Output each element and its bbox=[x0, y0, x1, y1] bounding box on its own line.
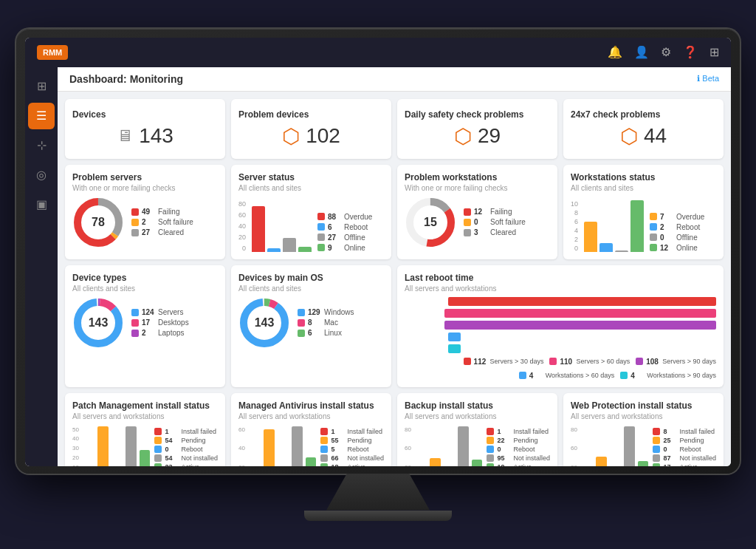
device-types-center: 143 bbox=[89, 316, 109, 330]
problem-servers-center: 78 bbox=[92, 216, 105, 229]
ws-status-title: Workstations status bbox=[571, 172, 716, 183]
online-dot bbox=[317, 244, 325, 251]
reboot-bar-4 bbox=[448, 333, 461, 341]
problem-ws-chart: 15 12 Failing bbox=[405, 197, 550, 248]
legend-item: 129Windows bbox=[298, 308, 354, 316]
help-icon[interactable]: ❓ bbox=[683, 45, 698, 59]
settings-icon[interactable]: ⚙ bbox=[661, 45, 671, 59]
stat-title-devices: Devices bbox=[72, 109, 106, 120]
device-icon: 🖥 bbox=[117, 126, 133, 146]
device-types-legend: 124Servers 17Desktops 2Lap bbox=[131, 308, 189, 337]
legend-item: 27Offline bbox=[317, 233, 372, 242]
legend-item: 23Active bbox=[154, 463, 218, 466]
legend-item: 0 Soft failure bbox=[464, 218, 526, 226]
top-bar-icons: 🔔 👤 ⚙ ❓ ⊞ bbox=[608, 45, 719, 59]
devices-os-title: Devices by main OS bbox=[238, 273, 384, 283]
legend-item: 18Active bbox=[320, 463, 384, 466]
dashboard-grid: Devices 🖥 143 Problem devices ⬡ bbox=[58, 92, 731, 466]
content-area: Dashboard: Monitoring ℹ Beta Devices 🖥 1… bbox=[58, 67, 731, 466]
legend-item: 0Offline bbox=[650, 233, 704, 242]
legend-item: 22Pending bbox=[487, 437, 550, 444]
stat-value-24x7: ⬡ 44 bbox=[620, 124, 667, 149]
antivirus-card: Managed Antivirus install status All ser… bbox=[231, 393, 391, 466]
legend-item: 54Not installed bbox=[154, 454, 218, 462]
web-protection-card: Web Protection install status All server… bbox=[563, 393, 724, 466]
legend-item: 4Workstations > 60 days bbox=[519, 372, 615, 380]
stat-value-devices: 🖥 143 bbox=[117, 124, 173, 148]
stat-card-daily-safety: Daily safety check problems ⬡ 29 bbox=[397, 99, 557, 159]
legend-item: 7Overdue bbox=[650, 213, 704, 221]
patch-bar-pending bbox=[97, 426, 109, 466]
patch-legend: 1Install failed 54Pending bbox=[154, 428, 218, 466]
server-status-card: Server status All clients and sites 8060… bbox=[231, 165, 391, 259]
monitor-base bbox=[304, 511, 452, 521]
backup-title: Backup install status bbox=[405, 400, 550, 411]
av-subtitle: All servers and workstations bbox=[238, 412, 384, 420]
legend-item: 5Reboot bbox=[320, 446, 384, 453]
cleared-dot bbox=[131, 229, 139, 236]
devices-os-donut: 143 bbox=[238, 297, 290, 349]
ws-bar-overdue bbox=[584, 222, 597, 252]
bar-overdue bbox=[252, 206, 265, 252]
sidebar-item-dashboard[interactable]: ⊞ bbox=[28, 73, 55, 100]
legend-item: 1Install failed bbox=[320, 428, 384, 435]
sidebar-item-active[interactable]: ☰ bbox=[28, 103, 55, 129]
legend-item: 2Laptops bbox=[131, 329, 189, 337]
legend-item: 0Reboot bbox=[487, 446, 550, 453]
legend-item: 17Desktops bbox=[131, 318, 189, 327]
legend-item: 9Online bbox=[317, 244, 372, 252]
page-title: Dashboard: Monitoring bbox=[69, 73, 183, 85]
problem-ws-subtitle: With one or more failing checks bbox=[405, 184, 550, 192]
av-bar-pending bbox=[264, 429, 275, 466]
legend-item: 2Reboot bbox=[650, 223, 704, 231]
legend-item: 66Not installed bbox=[320, 454, 384, 462]
soft-dot bbox=[131, 219, 139, 226]
device-types-chart: 143 124Servers bbox=[72, 297, 218, 349]
legend-item: 88Overdue bbox=[317, 213, 372, 221]
beta-badge: ℹ Beta bbox=[697, 74, 719, 83]
devices-os-legend: 129Windows 8Mac 6Linux bbox=[298, 308, 354, 337]
bell-icon[interactable]: 🔔 bbox=[608, 45, 622, 59]
web-bar-pending bbox=[596, 457, 607, 466]
stat-title-daily-safety: Daily safety check problems bbox=[405, 109, 523, 120]
sidebar-item-display[interactable]: ▣ bbox=[28, 191, 55, 218]
sidebar-item-monitor[interactable]: ◎ bbox=[28, 162, 55, 188]
problem-servers-legend: 49 Failing 2 Soft failure bbox=[131, 208, 193, 236]
legend-item: 4Workstations > 90 days bbox=[620, 372, 716, 380]
offline-dot bbox=[317, 233, 325, 241]
device-types-subtitle: All clients and sites bbox=[72, 284, 218, 293]
reboot-dot bbox=[317, 223, 325, 231]
legend-item: 54Pending bbox=[154, 437, 218, 444]
reboot-bar-5 bbox=[448, 344, 461, 353]
legend-item: 8Mac bbox=[298, 318, 354, 327]
sidebar-item-hierarchy[interactable]: ⊹ bbox=[28, 132, 55, 159]
bar-online bbox=[298, 247, 312, 251]
problem-workstations-card: Problem workstations With one or more fa… bbox=[397, 165, 557, 259]
stat-value-daily-safety: ⬡ 29 bbox=[454, 124, 501, 149]
server-status-legend: 88Overdue 6Reboot 27Offlin bbox=[317, 213, 372, 252]
legend-item: 17Active bbox=[653, 463, 716, 466]
user-icon[interactable]: 👤 bbox=[634, 45, 649, 59]
devices-os-card: Devices by main OS All clients and sites bbox=[231, 265, 391, 387]
grid-icon[interactable]: ⊞ bbox=[709, 45, 719, 59]
reboot-bar-2 bbox=[444, 309, 716, 318]
problem-servers-subtitle: With one or more failing checks bbox=[72, 184, 218, 192]
stat-card-problem-devices: Problem devices ⬡ 102 bbox=[231, 99, 391, 159]
warning-icon-3: ⬡ bbox=[620, 124, 638, 149]
legend-item: 12 Failing bbox=[464, 208, 526, 216]
patch-bar-active bbox=[140, 450, 151, 466]
ws-status-subtitle: All clients and sites bbox=[571, 184, 716, 192]
stat-value-problem-devices: ⬡ 102 bbox=[282, 124, 340, 149]
device-types-title: Device types bbox=[72, 273, 218, 283]
app-logo: RMM bbox=[37, 45, 68, 60]
problem-servers-card: Problem servers With one or more failing… bbox=[65, 165, 225, 259]
ws-bar-reboot bbox=[599, 243, 613, 252]
stat-title-24x7: 24x7 check problems bbox=[571, 109, 660, 120]
sidebar: ⊞ ☰ ⊹ ◎ ▣ bbox=[25, 67, 58, 466]
av-legend: 1Install failed 55Pending bbox=[320, 428, 384, 466]
server-status-title: Server status bbox=[238, 172, 384, 183]
bar-reboot bbox=[267, 248, 281, 251]
bar-offline bbox=[283, 238, 296, 252]
legend-item: 87Not installed bbox=[653, 454, 716, 462]
legend-item: 110Servers > 60 days bbox=[549, 358, 630, 366]
